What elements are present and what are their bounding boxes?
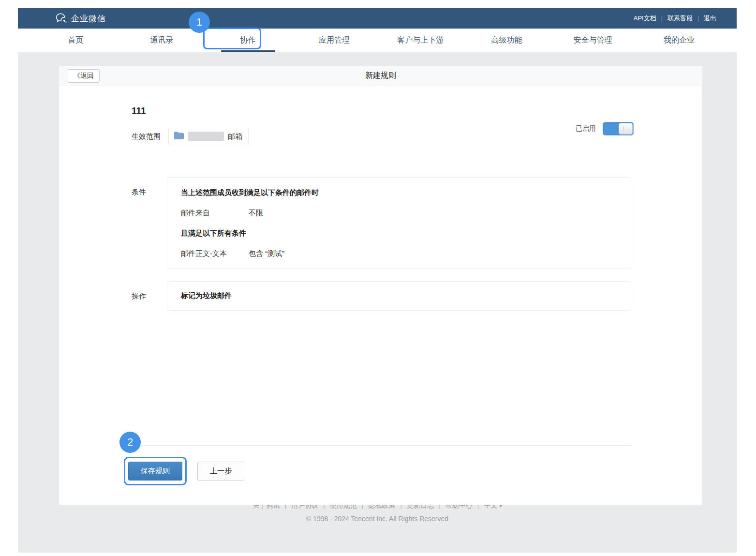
brand: 企业微信 bbox=[56, 13, 106, 24]
actions-row: 2 保存规则 上一步 bbox=[59, 462, 702, 481]
topbar-separator: | bbox=[697, 15, 699, 22]
condition-row-value: 包含 “测试” bbox=[249, 249, 284, 258]
main-nav: 首页 通讯录 协作 应用管理 客户与上下游 高级功能 安全与管理 我的企业 bbox=[18, 29, 737, 52]
step-1-highlight-box bbox=[203, 28, 261, 49]
nav-item-advanced[interactable]: 高级功能 bbox=[463, 29, 549, 52]
scope-suffix: 邮箱 bbox=[228, 132, 242, 141]
condition-heading: 当上述范围成员收到满足以下条件的邮件时 bbox=[181, 188, 617, 197]
actions-divider bbox=[131, 445, 631, 446]
save-button-wrap: 2 保存规则 bbox=[128, 462, 182, 481]
status-label: 已启用 bbox=[576, 124, 596, 133]
topbar-link-api-docs[interactable]: API文档 bbox=[634, 14, 656, 23]
content-area: 《返回 新建规则 111 已启用 生效范围 bbox=[18, 52, 737, 553]
scope-tag: 邮箱 bbox=[168, 128, 249, 145]
nav-item-security[interactable]: 安全与管理 bbox=[550, 29, 636, 52]
condition-section: 条件 当上述范围成员收到满足以下条件的邮件时 邮件来自 不限 且满足以下所有条件… bbox=[59, 177, 702, 269]
back-button[interactable]: 《返回 bbox=[68, 69, 100, 83]
topbar-links: API文档 | 联系客服 | 退出 bbox=[634, 14, 716, 23]
rule-status: 已启用 bbox=[576, 122, 634, 135]
scope-label: 生效范围 bbox=[132, 132, 161, 141]
topbar-separator: | bbox=[661, 15, 663, 22]
nav-item-app-management[interactable]: 应用管理 bbox=[291, 29, 377, 52]
previous-step-button[interactable]: 上一步 bbox=[197, 462, 244, 481]
topbar-link-logout[interactable]: 退出 bbox=[704, 14, 716, 23]
step-2-marker: 2 bbox=[119, 432, 141, 453]
nav-item-contacts[interactable]: 通讯录 bbox=[119, 29, 205, 52]
topbar-link-contact-support[interactable]: 联系客服 bbox=[667, 14, 693, 23]
app-frame: 企业微信 API文档 | 联系客服 | 退出 首页 通讯录 协作 应用管理 客户… bbox=[18, 8, 737, 553]
page-title: 新建规则 bbox=[59, 71, 702, 81]
wework-logo-icon bbox=[56, 13, 67, 24]
condition-row: 邮件正文-文本 包含 “测试” bbox=[181, 249, 617, 258]
card-header: 《返回 新建规则 bbox=[59, 66, 702, 86]
enabled-toggle[interactable] bbox=[603, 122, 634, 135]
action-value: 标记为垃圾邮件 bbox=[181, 291, 617, 301]
rule-name: 111 bbox=[132, 105, 702, 116]
condition-box: 当上述范围成员收到满足以下条件的邮件时 邮件来自 不限 且满足以下所有条件 邮件… bbox=[167, 177, 631, 269]
nav-item-home[interactable]: 首页 bbox=[32, 29, 119, 52]
toggle-knob bbox=[619, 123, 633, 135]
new-rule-card: 《返回 新建规则 111 已启用 生效范围 bbox=[59, 66, 702, 505]
condition-section-label: 条件 bbox=[132, 177, 167, 269]
card-body: 111 已启用 生效范围 bbox=[59, 86, 702, 504]
action-box: 标记为垃圾邮件 bbox=[167, 281, 631, 311]
condition-row-value: 不限 bbox=[249, 209, 263, 218]
action-section: 操作 标记为垃圾邮件 bbox=[59, 281, 702, 311]
folder-icon bbox=[174, 131, 184, 142]
nav-item-my-company[interactable]: 我的企业 bbox=[636, 29, 722, 52]
redacted-scope-name bbox=[188, 132, 224, 141]
condition-row-label: 邮件来自 bbox=[181, 209, 249, 218]
action-section-label: 操作 bbox=[132, 281, 167, 311]
topbar: 企业微信 API文档 | 联系客服 | 退出 bbox=[18, 8, 737, 29]
condition-subheading: 且满足以下所有条件 bbox=[181, 229, 617, 238]
copyright-text: © 1998 - 2024 Tencent Inc. All Rights Re… bbox=[18, 515, 737, 523]
brand-name: 企业微信 bbox=[71, 13, 106, 24]
condition-row: 邮件来自 不限 bbox=[181, 209, 617, 218]
nav-item-customers[interactable]: 客户与上下游 bbox=[377, 29, 463, 52]
rule-header: 111 bbox=[59, 86, 702, 116]
step-2-highlight-box bbox=[124, 457, 187, 485]
condition-row-label: 邮件正文-文本 bbox=[181, 249, 249, 258]
